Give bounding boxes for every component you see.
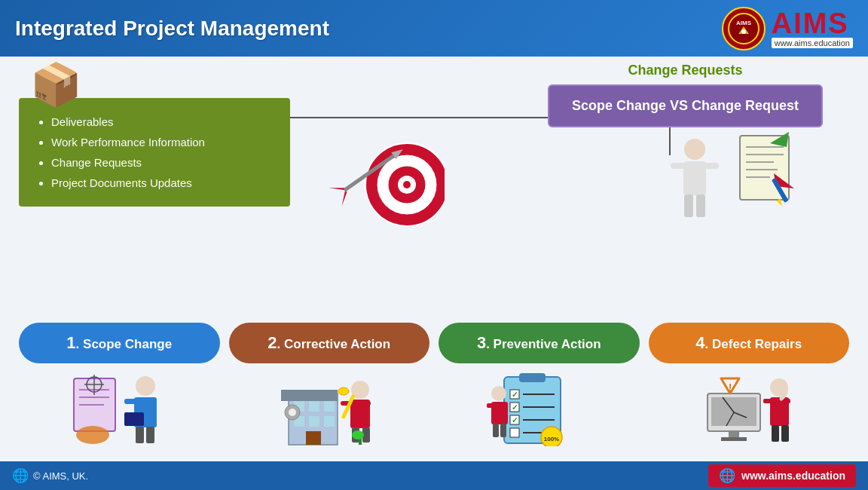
illus-preventive-action: ✓ ✓ ✓ 100% (455, 369, 621, 448)
svg-rect-48 (324, 401, 335, 412)
logo-url: www.aims.education (772, 38, 853, 48)
header: Integrated Project Management AIMS AIMS … (0, 0, 868, 57)
svg-text:AIMS: AIMS (736, 20, 752, 26)
svg-point-62 (338, 387, 349, 395)
btn-3-number: 3 (477, 333, 486, 352)
dart-target-illustration (324, 132, 445, 240)
btn-2-label: Corrective Action (284, 337, 390, 351)
globe-icon: 🌐 (12, 467, 29, 484)
btn-3-dot: . (486, 337, 493, 351)
svg-rect-51 (324, 416, 335, 427)
change-requests-label: Change Requests (628, 63, 742, 78)
bullet-item-2: Work Performance Information (51, 132, 274, 152)
svg-rect-84 (493, 424, 499, 437)
svg-rect-58 (359, 401, 371, 406)
scope-change-box: Scope Change VS Change Request (548, 84, 823, 127)
footer-url: www.aims.education (741, 470, 845, 482)
main-content: 📦 Deliverables Work Performance Informat… (0, 57, 868, 461)
svg-marker-12 (336, 191, 353, 207)
svg-rect-40 (143, 399, 155, 404)
logo-text: AIMS www.aims.education (772, 9, 853, 48)
svg-text:✓: ✓ (512, 403, 518, 412)
footer-left: 🌐 © AIMS, UK. (12, 467, 88, 484)
svg-rect-50 (309, 416, 319, 427)
svg-point-33 (76, 426, 109, 444)
logo-name: AIMS (772, 9, 853, 38)
svg-marker-11 (329, 181, 345, 197)
svg-rect-39 (124, 399, 136, 404)
btn-1-number: 1 (66, 333, 75, 352)
logo-emblem: AIMS (722, 7, 766, 51)
svg-rect-99 (772, 425, 779, 442)
bullet-list: Deliverables Work Performance Informatio… (40, 112, 274, 193)
svg-rect-52 (306, 431, 321, 445)
illus-corrective-action (247, 369, 413, 448)
svg-rect-42 (146, 427, 154, 443)
illus-scope-change (40, 369, 206, 448)
svg-rect-18 (696, 194, 705, 217)
svg-rect-82 (487, 403, 494, 408)
svg-rect-83 (500, 403, 507, 408)
svg-rect-43 (124, 412, 144, 426)
svg-point-8 (403, 181, 411, 188)
btn-4-number: 4 (695, 333, 704, 352)
btn-2-dot: . (277, 337, 284, 351)
bullet-item-3: Change Requests (51, 152, 274, 173)
svg-point-64 (352, 430, 364, 439)
btn-4-dot: . (705, 337, 712, 351)
page-title: Integrated Project Management (15, 17, 329, 41)
footer-right: 🌐 www.aims.education (708, 464, 856, 487)
svg-rect-41 (136, 427, 144, 443)
svg-rect-76 (510, 428, 519, 437)
btn-1-label: Scope Change (83, 337, 172, 351)
svg-rect-17 (684, 194, 693, 217)
svg-rect-85 (500, 424, 506, 437)
illustration-row: ✓ ✓ ✓ 100% (19, 369, 849, 448)
svg-rect-97 (763, 399, 772, 403)
action-btn-2[interactable]: 2. Corrective Action (229, 323, 430, 363)
svg-point-37 (136, 376, 155, 396)
svg-text:✓: ✓ (512, 390, 518, 399)
action-row: 1. Scope Change 2. Corrective Action 3. … (19, 323, 849, 363)
bullet-box: Deliverables Work Performance Informatio… (19, 98, 290, 207)
btn-2-number: 2 (267, 333, 277, 352)
btn-4-label: Defect Repairs (712, 337, 802, 351)
svg-rect-45 (281, 390, 338, 401)
btn-1-dot: . (76, 337, 83, 351)
action-btn-1[interactable]: 1. Scope Change (19, 323, 220, 363)
svg-rect-15 (671, 163, 686, 169)
svg-text:✓: ✓ (512, 416, 518, 424)
svg-rect-100 (781, 425, 789, 442)
bullet-item-1: Deliverables (51, 112, 274, 132)
person-illustration (665, 136, 725, 234)
bullet-item-4: Project Documents Updates (51, 173, 274, 193)
illus-defect-repairs: ! (662, 369, 828, 448)
btn-3-label: Preventive Action (494, 337, 601, 351)
svg-rect-47 (309, 401, 319, 412)
left-section: 📦 Deliverables Work Performance Informat… (19, 64, 305, 207)
footer-copyright: © AIMS, UK. (33, 470, 88, 482)
svg-text:100%: 100% (544, 436, 559, 443)
svg-point-3 (741, 29, 746, 34)
svg-rect-66 (519, 373, 546, 382)
svg-point-80 (491, 386, 506, 401)
svg-text:!: ! (729, 381, 732, 394)
logo-area: AIMS AIMS www.aims.education (722, 7, 853, 51)
svg-rect-14 (683, 161, 706, 195)
svg-point-54 (289, 409, 296, 416)
svg-rect-92 (721, 437, 747, 441)
svg-rect-16 (704, 163, 719, 169)
action-btn-4[interactable]: 4. Defect Repairs (649, 323, 850, 363)
change-requests-area: Change Requests Scope Change VS Change R… (548, 63, 823, 127)
action-btn-3[interactable]: 3. Preventive Action (439, 323, 640, 363)
footer: 🌐 © AIMS, UK. 🌐 www.aims.education (0, 461, 868, 490)
svg-rect-91 (729, 431, 739, 437)
svg-point-13 (684, 139, 705, 160)
document-illustration (732, 132, 800, 227)
footer-globe-icon: 🌐 (719, 467, 735, 484)
